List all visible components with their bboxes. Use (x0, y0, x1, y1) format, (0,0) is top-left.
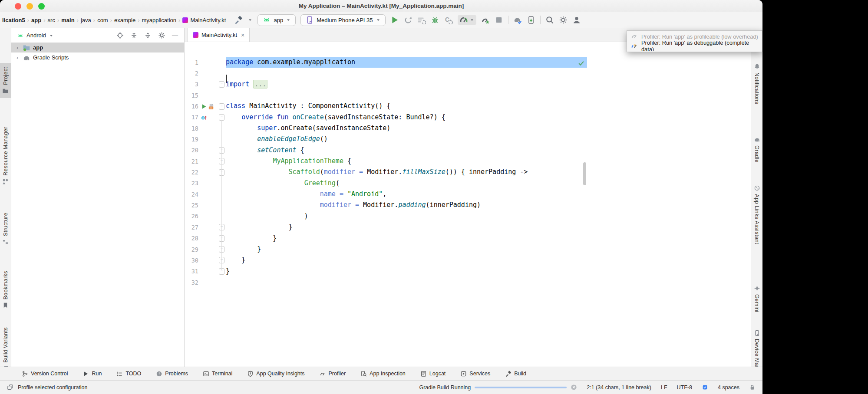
encoding-widget[interactable]: UTF-8 (677, 384, 692, 391)
tool-strip-tab-bookmarks[interactable]: Bookmarks (0, 267, 11, 312)
stop-button[interactable] (495, 16, 503, 24)
tool-window-button-app-inspection[interactable]: App Inspection (360, 371, 406, 377)
plugin-status-icon[interactable] (702, 384, 708, 391)
zoom-window-button[interactable] (38, 3, 45, 10)
account-icon[interactable] (572, 16, 581, 24)
build-chevron-down-icon[interactable] (248, 17, 253, 23)
debug-button[interactable] (431, 16, 439, 24)
caret-position-widget[interactable]: 2:1 (34 chars, 1 line break) (587, 384, 651, 391)
override-icon[interactable]: o (201, 114, 207, 121)
kclass-icon[interactable]: <> (208, 103, 215, 110)
line-number[interactable]: 27 (187, 224, 198, 231)
restart-activity-icon[interactable] (404, 16, 413, 24)
tool-window-button-version-control[interactable]: Version Control (22, 371, 68, 377)
attach-profiler-icon[interactable] (481, 16, 490, 24)
tool-strip-tab-app-links-assistant[interactable]: App Links Assistant (751, 181, 762, 248)
profiler-menu-item[interactable]: Profiler: Run 'app' as profileable (low … (627, 32, 762, 41)
tool-window-button-run[interactable]: Run (83, 371, 102, 377)
tool-window-button-todo[interactable]: TODO (116, 371, 141, 377)
tool-window-button-profiler[interactable]: Profiler (320, 371, 346, 377)
cancel-build-icon[interactable] (571, 384, 577, 391)
line-number[interactable]: 32 (187, 279, 198, 286)
fold-marker-icon[interactable]: − (219, 81, 224, 88)
tool-window-button-services[interactable]: Services (460, 371, 490, 377)
line-number[interactable]: 17 (187, 114, 198, 121)
runmark-icon[interactable] (201, 103, 207, 110)
breadcrumb-item[interactable]: app (30, 17, 43, 23)
line-number[interactable]: 3 (187, 81, 198, 88)
line-number[interactable]: 15 (187, 92, 198, 99)
tool-strip-tab-gradle[interactable]: Gradle (751, 132, 762, 167)
breadcrumb-item[interactable]: src (46, 17, 56, 23)
line-number[interactable]: 22 (187, 169, 198, 176)
line-number[interactable]: 28 (187, 235, 198, 242)
inspections-ok-icon[interactable] (578, 59, 585, 67)
line-number[interactable]: 30 (187, 257, 198, 264)
line-number[interactable]: 24 (187, 191, 198, 198)
tool-strip-tab-gemini[interactable]: Gemini (751, 281, 762, 316)
chevron-down-icon[interactable] (49, 33, 54, 38)
expand-chevron-icon[interactable]: › (15, 55, 20, 61)
select-opened-file-icon[interactable] (116, 32, 124, 39)
tool-strip-tab-notifications[interactable]: Notifications (751, 59, 762, 108)
search-icon[interactable] (545, 16, 554, 24)
fold-marker-icon[interactable]: − (219, 103, 224, 110)
tool-strip-tab-project[interactable]: Project (0, 63, 11, 98)
breadcrumb-item[interactable]: MainActivity.kt (181, 17, 227, 23)
lock-icon[interactable] (749, 384, 756, 391)
expand-chevron-icon[interactable]: › (15, 45, 20, 51)
close-window-button[interactable] (15, 3, 21, 10)
tool-window-button-logcat[interactable]: Logcat (420, 371, 446, 377)
tool-window-button-problems[interactable]: Problems (156, 371, 188, 377)
line-number[interactable]: 19 (187, 136, 198, 143)
profiler-button[interactable] (458, 15, 476, 25)
expand-all-icon[interactable] (144, 32, 152, 39)
line-number[interactable]: 1 (187, 59, 198, 66)
line-number[interactable]: 16 (187, 103, 198, 110)
line-ending-widget[interactable]: LF (661, 384, 667, 391)
apply-code-changes-icon[interactable]: C (444, 16, 453, 24)
breadcrumb-item[interactable]: myapplication (141, 17, 178, 23)
breadcrumb-item[interactable]: java (79, 17, 92, 23)
profiler-menu-item[interactable]: Profiler: Run 'app' as debuggable (compl… (627, 41, 762, 51)
tab-mainactivity[interactable]: MainActivity.kt × (188, 28, 250, 42)
tool-window-switcher-icon[interactable] (7, 384, 13, 391)
tool-strip-tab-structure[interactable]: Structure (0, 209, 11, 249)
fold-marker-icon[interactable]: − (219, 114, 224, 121)
tree-row-gradle-scripts[interactable]: ›Gradle Scripts (11, 53, 184, 62)
settings-gear-icon[interactable] (559, 16, 568, 24)
panel-settings-gear-icon[interactable] (158, 32, 165, 39)
code-editor[interactable]: 1package com.example.myapplication23−imp… (185, 42, 751, 367)
collapse-all-icon[interactable] (130, 32, 138, 39)
device-manager-icon[interactable] (527, 16, 535, 24)
minimize-window-button[interactable] (26, 3, 33, 10)
breadcrumb-item[interactable]: main (60, 17, 76, 23)
breadcrumb-item[interactable]: lication5 (1, 17, 26, 23)
build-hammer-icon[interactable] (234, 16, 243, 24)
tree-row-app[interactable]: ›app (11, 43, 184, 53)
tool-strip-tab-resource-manager[interactable]: Resource Manager (0, 123, 11, 189)
line-number[interactable]: 20 (187, 147, 198, 154)
run-configuration-selector[interactable]: app (257, 14, 296, 26)
line-number[interactable]: 26 (187, 213, 198, 220)
editor-scrollbar[interactable] (583, 162, 586, 185)
breadcrumb-item[interactable]: example (113, 17, 137, 23)
hide-panel-icon[interactable]: — (172, 32, 178, 39)
project-view-selector[interactable]: Android (26, 32, 46, 39)
line-number[interactable]: 21 (187, 158, 198, 165)
device-selector[interactable]: Medium Phone API 35 (300, 14, 385, 26)
line-number[interactable]: 23 (187, 180, 198, 187)
breadcrumb-item[interactable]: com (96, 17, 109, 23)
sync-gradle-icon[interactable] (513, 16, 522, 24)
line-number[interactable]: 31 (187, 268, 198, 275)
tool-window-button-app-quality-insights[interactable]: App Quality Insights (247, 371, 304, 377)
line-number[interactable]: 25 (187, 202, 198, 209)
tool-window-button-build[interactable]: Build (505, 371, 526, 377)
line-number[interactable]: 18 (187, 125, 198, 132)
run-button[interactable] (390, 16, 399, 24)
line-number[interactable]: 29 (187, 246, 198, 253)
indent-widget[interactable]: 4 spaces (718, 384, 739, 391)
tool-window-button-terminal[interactable]: Terminal (203, 371, 232, 377)
close-tab-icon[interactable]: × (241, 32, 244, 39)
apply-changes-icon[interactable] (417, 16, 426, 24)
